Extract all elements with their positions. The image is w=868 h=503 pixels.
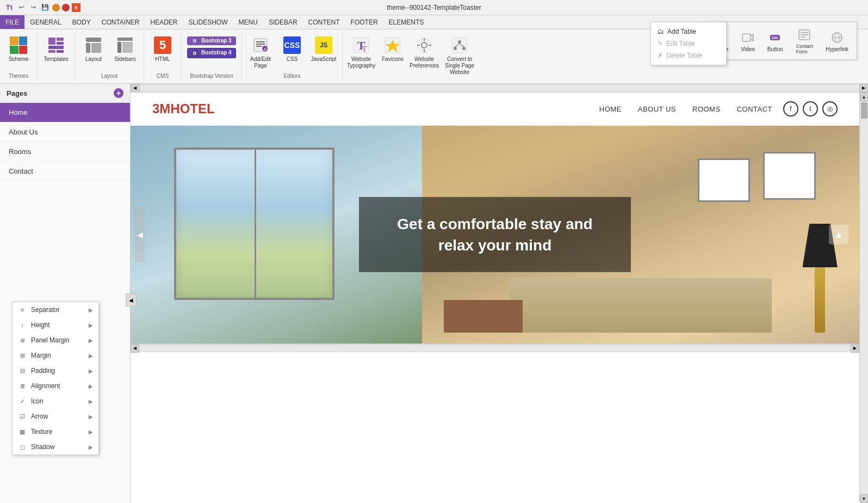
html-button[interactable]: 5 HTML [147,33,178,71]
panel-margin-icon: ⊕ [18,336,27,345]
ctx-margin[interactable]: ⊞ Margin ▶ [13,348,98,363]
scroll-left-arrow[interactable]: ◀ [131,84,139,93]
css-button[interactable]: CSS CSS [277,33,307,71]
addedit-button[interactable]: + Add/EditPage [245,33,276,71]
insert-video-button[interactable]: Video [736,27,760,55]
menu-header[interactable]: HEADER [145,15,183,29]
scroll-thumb [861,102,867,119]
separator-icon: ≡ [18,305,27,314]
javascript-button[interactable]: JS JavaScript [308,33,339,71]
menu-file[interactable]: FILE [0,15,24,29]
ctx-icon[interactable]: ✓ Icon ▶ [13,394,98,409]
instagram-icon[interactable]: ◎ [822,101,838,116]
undo-button[interactable]: ↩ [16,3,26,13]
cms-group-label: CMS [147,73,178,80]
arrow-sub-arrow: ▶ [89,414,93,420]
page-item-contact[interactable]: Contact [0,162,130,181]
layout-button[interactable]: Layout [78,33,109,71]
nav-rooms[interactable]: ROOMS [692,105,721,113]
scheme-button[interactable]: Scheme [3,33,34,71]
menu-container[interactable]: CONTAINER [96,15,145,29]
page-item-about[interactable]: About Us [0,122,130,142]
svg-text:B: B [193,51,197,56]
ctx-height-label: Height [31,321,50,329]
scroll-up-button[interactable]: ▲ [860,93,869,101]
convert-single-button[interactable]: Convert toSingle PageWebsite [441,33,479,77]
ctx-alignment[interactable]: ≣ Alignment ▶ [13,378,98,394]
svg-rect-1 [57,38,64,41]
redo-button[interactable]: ↪ [28,3,38,13]
next-arrow-icon: ▲ [834,229,844,241]
ctx-arrow[interactable]: ☑ Arrow ▶ [13,409,98,424]
ctx-panel-margin[interactable]: ⊕ Panel Margin ▶ [13,333,98,348]
facebook-icon[interactable]: f [783,101,798,116]
twitter-icon[interactable]: t [803,101,818,116]
ctx-panel-margin-label: Panel Margin [31,336,70,344]
texture-arrow: ▶ [89,429,93,435]
svg-rect-5 [57,50,64,53]
ctx-icon-label: Icon [31,397,44,405]
menu-content[interactable]: CONTENT [303,15,345,29]
hero-prev-button[interactable]: ◀ [135,207,145,262]
insert-toolbar: Image Video OK Button Conta [704,22,857,60]
menu-menu[interactable]: MENU [233,15,263,29]
h-scrollbar[interactable]: ◀ ▶ [131,343,859,352]
page-item-home[interactable]: Home [0,103,130,122]
ctx-padding[interactable]: ⊟ Padding ▶ [13,363,98,378]
favicons-button[interactable]: Favicons [377,33,408,71]
page-item-rooms[interactable]: Rooms [0,142,130,162]
edit-table-button[interactable]: ✎ Edit Table [651,38,726,50]
website-typography-button[interactable]: T T WebsiteTypography [346,33,376,71]
margin-arrow: ▶ [89,353,93,359]
sidebars-button[interactable]: Sidebars [110,33,140,71]
pages-header: Pages + [0,84,130,103]
save-button[interactable]: 💾 [40,3,50,13]
room-table [444,300,523,333]
ctx-shadow-label: Shadow [31,443,54,451]
menu-footer[interactable]: FOOTER [345,15,383,29]
templates-button[interactable]: Templates [41,33,71,71]
top-scrollbar[interactable]: ◀ ▶ [131,84,868,93]
html-label: HTML [155,56,170,63]
add-page-button[interactable]: + [114,88,123,98]
nav-about[interactable]: ABOUT US [638,105,676,113]
javascript-icon: JS [314,35,333,55]
ctx-height[interactable]: ↕ Height ▶ [13,317,98,333]
hero-section: ◀ Get a comfortable stay and relax your … [131,126,859,343]
menu-general[interactable]: GENERAL [24,15,66,29]
website-preferences-icon [414,35,434,55]
ctx-separator[interactable]: ≡ Separator ▶ [13,302,98,317]
svg-rect-3 [48,46,64,49]
edit-table-label: Edit Table [666,40,695,47]
ctx-margin-label: Margin [31,352,51,359]
add-table-button[interactable]: 🗂 Add Table [651,26,726,38]
insert-contact-form-button[interactable]: ContactForm [790,24,819,57]
insert-button-button[interactable]: OK Button [763,27,787,55]
ctx-texture[interactable]: ▦ Texture ▶ [13,424,98,439]
website-preferences-button[interactable]: WebsitePreferences [409,33,439,71]
addedit-icon: + [251,35,270,55]
collapse-panel-button[interactable]: ◀ [126,293,137,306]
edit-table-icon: ✎ [658,40,663,47]
scroll-down-button[interactable]: ▼ [860,494,869,503]
menu-body[interactable]: BODY [67,15,96,29]
bootstrap3-button[interactable]: B Bootstrap 3 [187,36,236,45]
bootstrap4-button[interactable]: B Bootstrap 4 [187,48,236,58]
insert-hyperlink-button[interactable]: Hyperlink [822,27,852,55]
right-scrollbar[interactable]: ▲ ▼ [859,93,868,503]
h-scroll-right[interactable]: ▶ [851,344,859,353]
svg-text:OK: OK [772,35,778,40]
svg-rect-4 [48,50,55,53]
nav-home[interactable]: HOME [599,105,622,113]
sidebars-icon [115,35,135,55]
delete-table-button[interactable]: ✗ Delete Table [651,50,726,62]
menu-elements[interactable]: ELEMENTS [383,15,430,29]
ctx-shadow[interactable]: ◻ Shadow ▶ [13,439,98,455]
h-scroll-left[interactable]: ◀ [131,344,139,353]
nav-contact[interactable]: CONTACT [737,105,772,113]
scroll-right-arrow[interactable]: ▶ [859,84,868,93]
menu-sidebar[interactable]: SIDEBAR [263,15,303,29]
menu-slideshow[interactable]: SLIDESHOW [183,15,233,29]
add-icon: + [116,89,121,97]
hero-next-button[interactable]: ▲ [829,225,848,244]
